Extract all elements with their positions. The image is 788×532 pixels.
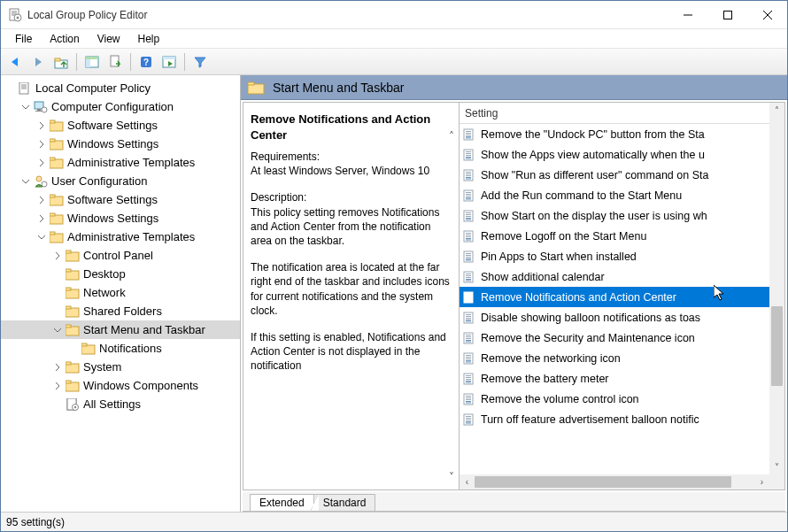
- menu-file[interactable]: File: [6, 31, 41, 47]
- tree-item[interactable]: User Configuration: [1, 172, 240, 190]
- tree-item[interactable]: All Settings: [1, 395, 240, 413]
- action-button[interactable]: [158, 51, 180, 73]
- expand-toggle[interactable]: [36, 120, 47, 131]
- tree-item[interactable]: Local Computer Policy: [1, 79, 240, 97]
- tree-item[interactable]: Software Settings: [1, 190, 240, 209]
- tree-item[interactable]: Windows Components: [1, 376, 240, 395]
- scroll-thumb[interactable]: [771, 306, 783, 386]
- hscroll-thumb[interactable]: [475, 476, 731, 488]
- settings-row[interactable]: Add the Run command to the Start Menu: [460, 185, 784, 205]
- expand-toggle[interactable]: [20, 176, 31, 187]
- settings-row[interactable]: Remove the networking icon: [460, 348, 784, 368]
- settings-list[interactable]: Remove the "Undock PC" button from the S…: [460, 124, 784, 490]
- tree-item[interactable]: Start Menu and Taskbar: [1, 320, 240, 339]
- settings-row[interactable]: Remove the battery meter: [460, 368, 784, 389]
- expand-toggle[interactable]: [52, 381, 63, 391]
- expand-toggle[interactable]: [52, 362, 63, 373]
- back-button[interactable]: [4, 51, 26, 73]
- close-button[interactable]: [747, 2, 787, 28]
- folder-icon: [49, 193, 65, 207]
- scroll-right-arrow[interactable]: ›: [754, 477, 769, 487]
- expand-toggle[interactable]: [36, 232, 47, 243]
- help-button[interactable]: ?: [135, 51, 157, 73]
- expand-toggle[interactable]: [36, 139, 47, 150]
- tab-standard[interactable]: Standard: [313, 494, 376, 511]
- filter-button[interactable]: [189, 51, 211, 73]
- expand-toggle[interactable]: [20, 102, 31, 112]
- vertical-scrollbar[interactable]: ˄ ˅: [769, 103, 784, 474]
- settings-column-header[interactable]: Setting: [460, 103, 784, 124]
- export-button[interactable]: [104, 51, 126, 73]
- tree-item[interactable]: Administrative Templates: [1, 153, 240, 172]
- settings-row-label: Remove Notifications and Action Center: [481, 291, 676, 304]
- expand-toggle[interactable]: [36, 195, 47, 205]
- svg-rect-84: [466, 194, 471, 195]
- tree-item[interactable]: Control Panel: [1, 246, 240, 265]
- scroll-down-arrow[interactable]: ˅: [769, 459, 784, 474]
- horizontal-scrollbar[interactable]: ‹ ›: [460, 474, 769, 490]
- expand-toggle[interactable]: [52, 251, 63, 261]
- tree-item-label: Desktop: [83, 267, 126, 281]
- expand-toggle: [52, 269, 63, 280]
- svg-rect-102: [466, 255, 471, 256]
- desc-scroll-up[interactable]: ˄: [444, 129, 459, 143]
- description-p3: If this setting is enabled, Notification…: [251, 330, 453, 374]
- svg-rect-115: [466, 297, 471, 298]
- settings-row[interactable]: Show the Apps view automatically when th…: [460, 144, 784, 165]
- settings-row[interactable]: Remove the volume control icon: [460, 389, 784, 409]
- tree-item[interactable]: Administrative Templates: [1, 227, 240, 246]
- settings-row-label: Disable showing balloon notifications as…: [481, 312, 700, 324]
- svg-rect-66: [466, 133, 471, 134]
- forward-button[interactable]: [27, 51, 49, 73]
- menu-action[interactable]: Action: [41, 31, 88, 47]
- tree-item[interactable]: Network: [1, 283, 240, 302]
- console-tree[interactable]: Local Computer PolicyComputer Configurat…: [1, 75, 241, 512]
- tree-item[interactable]: Shared Folders: [1, 302, 240, 320]
- maximize-button[interactable]: [707, 2, 747, 28]
- description-label: Description:: [251, 190, 453, 204]
- tree-item[interactable]: System: [1, 358, 240, 376]
- settings-row[interactable]: Remove Logoff on the Start Menu: [460, 226, 784, 246]
- svg-rect-37: [50, 195, 55, 197]
- minimize-button[interactable]: [668, 2, 707, 28]
- expand-toggle[interactable]: [52, 325, 63, 335]
- menu-view[interactable]: View: [89, 31, 129, 47]
- show-hide-tree-button[interactable]: [81, 51, 103, 73]
- tree-item[interactable]: Windows Settings: [1, 135, 240, 153]
- settings-row-label: Add the Run command to the Start Menu: [481, 189, 682, 202]
- settings-row[interactable]: Show "Run as different user" command on …: [460, 165, 784, 185]
- menu-help[interactable]: Help: [129, 31, 169, 47]
- svg-rect-108: [466, 275, 471, 276]
- settings-row[interactable]: Remove Notifications and Action Center: [460, 287, 784, 307]
- window-controls: [668, 2, 787, 28]
- policy-icon: [461, 127, 477, 142]
- settings-row[interactable]: Pin Apps to Start when installed: [460, 246, 784, 266]
- desc-scroll-down[interactable]: ˅: [444, 470, 459, 484]
- svg-rect-103: [466, 257, 471, 258]
- settings-row[interactable]: Remove the "Undock PC" button from the S…: [460, 124, 784, 144]
- settings-row[interactable]: Turn off feature advertisement balloon n…: [460, 409, 784, 429]
- settings-row[interactable]: Disable showing balloon notifications as…: [460, 307, 784, 328]
- tree-item[interactable]: Notifications: [1, 339, 240, 358]
- settings-row[interactable]: Remove the Security and Maintenance icon: [460, 328, 784, 348]
- expand-toggle[interactable]: [36, 158, 47, 168]
- svg-rect-72: [466, 153, 471, 154]
- settings-row[interactable]: Show additional calendar: [460, 266, 784, 287]
- tree-item-label: Computer Configuration: [51, 100, 174, 113]
- tree-item[interactable]: Software Settings: [1, 116, 240, 135]
- svg-rect-49: [66, 306, 71, 309]
- svg-rect-120: [466, 316, 471, 317]
- expand-toggle[interactable]: [36, 213, 47, 224]
- requirements-text: At least Windows Server, Windows 10: [251, 164, 453, 178]
- svg-rect-47: [66, 288, 71, 290]
- tree-item[interactable]: Windows Settings: [1, 209, 240, 227]
- tab-extended[interactable]: Extended: [250, 494, 314, 511]
- svg-rect-25: [37, 109, 41, 111]
- scroll-up-arrow[interactable]: ˄: [769, 103, 784, 118]
- scroll-left-arrow[interactable]: ‹: [460, 477, 475, 487]
- tree-item-label: Windows Components: [83, 379, 198, 392]
- up-button[interactable]: [50, 51, 72, 73]
- settings-row[interactable]: Show Start on the display the user is us…: [460, 205, 784, 226]
- tree-item[interactable]: Desktop: [1, 265, 240, 283]
- tree-item[interactable]: Computer Configuration: [1, 97, 240, 116]
